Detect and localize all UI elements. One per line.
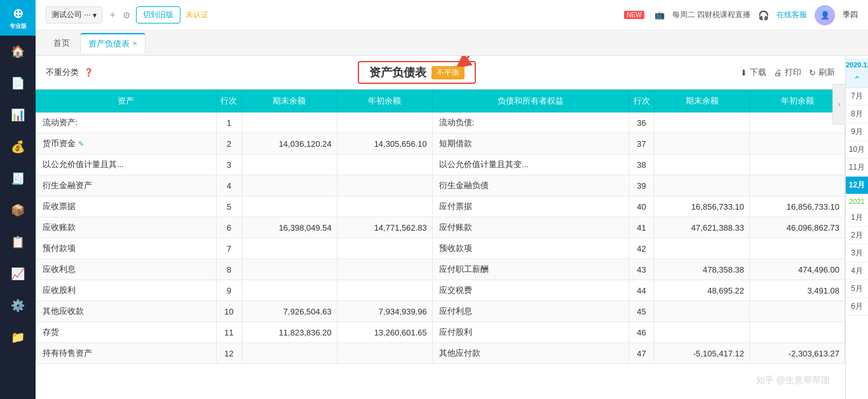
left-end-cell[interactable]: [241, 280, 337, 301]
sidebar-item-chart[interactable]: 📊: [0, 99, 36, 131]
right-row-cell: 45: [629, 301, 654, 322]
right-begin-cell[interactable]: [750, 112, 845, 133]
right-end-cell[interactable]: 478,358.38: [654, 259, 750, 280]
panel-close-button[interactable]: ›: [832, 84, 845, 125]
month-12[interactable]: 12月: [846, 177, 868, 194]
left-end-cell[interactable]: 16,398,049.54: [241, 217, 337, 238]
right-label-cell: 短期借款: [432, 133, 628, 154]
switch-old-version-button[interactable]: 切到旧版: [136, 6, 180, 24]
company-selector[interactable]: 测试公司 ··· ▾: [46, 6, 102, 24]
right-end-cell[interactable]: -5,105,417.12: [654, 343, 750, 364]
right-end-cell[interactable]: [654, 112, 750, 133]
left-begin-cell[interactable]: [337, 238, 432, 259]
month-2021-3[interactable]: 3月: [846, 245, 868, 262]
right-begin-cell[interactable]: [750, 154, 845, 175]
month-10[interactable]: 10月: [846, 141, 868, 159]
right-begin-cell[interactable]: [750, 133, 845, 154]
left-label-cell: 应收利息: [36, 259, 217, 280]
sidebar-item-assets[interactable]: 📦: [0, 194, 36, 226]
right-row-cell: 40: [629, 196, 654, 217]
left-begin-cell[interactable]: 14,771,562.83: [337, 217, 432, 238]
live-icon: 📺: [654, 10, 665, 20]
sidebar-item-invoice[interactable]: 🧾: [0, 163, 36, 194]
right-begin-cell[interactable]: [750, 301, 845, 322]
help-icon[interactable]: ❓: [84, 68, 93, 77]
left-end-cell[interactable]: [241, 175, 337, 196]
right-end-cell[interactable]: 16,856,733.10: [654, 196, 750, 217]
left-begin-cell[interactable]: [337, 175, 432, 196]
left-begin-cell[interactable]: 14,305,656.10: [337, 133, 432, 154]
tab-balance-sheet[interactable]: 资产负债表 ✕: [80, 33, 146, 53]
sidebar-item-settings[interactable]: ⚙️: [0, 290, 36, 321]
left-end-cell[interactable]: 14,036,120.24: [241, 133, 337, 154]
col-header-begin-balance-1: 年初余额: [337, 90, 432, 112]
sidebar-item-accounts[interactable]: 💰: [0, 131, 36, 163]
right-end-cell[interactable]: [654, 301, 750, 322]
left-begin-cell[interactable]: [337, 259, 432, 280]
month-2021-6[interactable]: 6月: [846, 298, 868, 316]
month-2021-2[interactable]: 2月: [846, 227, 868, 245]
right-begin-cell[interactable]: [750, 175, 845, 196]
tab-close-icon[interactable]: ✕: [132, 40, 137, 47]
left-begin-cell[interactable]: [337, 196, 432, 217]
tab-home[interactable]: 首页: [46, 33, 78, 53]
gear-icon[interactable]: ⚙: [123, 10, 131, 20]
right-begin-cell[interactable]: 3,491.08: [750, 280, 845, 301]
current-period-label[interactable]: 2020.12: [846, 58, 868, 72]
right-begin-cell[interactable]: [750, 322, 845, 343]
left-label-cell: 应收票据: [36, 196, 217, 217]
month-11[interactable]: 11月: [846, 159, 868, 177]
right-end-cell[interactable]: [654, 238, 750, 259]
right-end-cell[interactable]: [654, 322, 750, 343]
month-7[interactable]: 7月: [846, 88, 868, 105]
left-end-cell[interactable]: [241, 112, 337, 133]
month-8[interactable]: 8月: [846, 105, 868, 123]
right-begin-cell[interactable]: [750, 238, 845, 259]
right-end-cell[interactable]: [654, 154, 750, 175]
left-begin-cell[interactable]: [337, 343, 432, 364]
left-begin-cell[interactable]: [337, 280, 432, 301]
no-category-label: 不重分类: [46, 67, 79, 78]
left-end-cell[interactable]: [241, 259, 337, 280]
right-label-cell: 衍生金融负债: [432, 175, 628, 196]
left-begin-cell[interactable]: [337, 154, 432, 175]
left-end-cell[interactable]: 11,823,836.20: [241, 322, 337, 343]
left-begin-cell[interactable]: 13,260,601.65: [337, 322, 432, 343]
right-end-cell[interactable]: [654, 175, 750, 196]
sidebar-item-docs[interactable]: 📄: [0, 67, 36, 99]
month-2021-4[interactable]: 4月: [846, 262, 868, 280]
left-end-cell[interactable]: [241, 196, 337, 217]
refresh-button[interactable]: ↻ 刷新: [809, 67, 835, 78]
sidebar-item-home[interactable]: 🏠: [0, 36, 36, 67]
right-begin-cell[interactable]: 46,096,862.73: [750, 217, 845, 238]
right-begin-cell[interactable]: 474,496.00: [750, 259, 845, 280]
month-2021-1[interactable]: 1月: [846, 209, 868, 227]
table-row: 应收账款 6 16,398,049.54 14,771,562.83 应付账款 …: [36, 217, 845, 238]
left-end-cell[interactable]: 7,926,504.63: [241, 301, 337, 322]
left-end-cell[interactable]: [241, 238, 337, 259]
left-begin-cell[interactable]: 7,934,939.96: [337, 301, 432, 322]
sidebar-item-more[interactable]: 📁: [0, 321, 36, 353]
right-row-cell: 38: [629, 154, 654, 175]
left-label-cell: 应收股利: [36, 280, 217, 301]
sidebar-item-tax[interactable]: 📋: [0, 226, 36, 258]
sidebar-item-reports[interactable]: 📈: [0, 258, 36, 290]
right-end-cell[interactable]: 48,695.22: [654, 280, 750, 301]
table-row: 货币资金 ✎ 2 14,036,120.24 14,305,656.10 短期借…: [36, 133, 845, 154]
left-end-cell[interactable]: [241, 343, 337, 364]
right-begin-cell[interactable]: -2,303,613.27: [750, 343, 845, 364]
right-label-cell: 应付账款: [432, 217, 628, 238]
month-9[interactable]: 9月: [846, 123, 868, 141]
right-begin-cell[interactable]: 16,856,733.10: [750, 196, 845, 217]
right-end-cell[interactable]: [654, 133, 750, 154]
left-begin-cell[interactable]: [337, 112, 432, 133]
online-service-link[interactable]: 在线客服: [776, 10, 807, 20]
month-2021-5[interactable]: 5月: [846, 280, 868, 298]
left-end-cell[interactable]: [241, 154, 337, 175]
plus-icon[interactable]: ＋: [107, 8, 118, 22]
right-end-cell[interactable]: 47,621,388.33: [654, 217, 750, 238]
user-name[interactable]: 季四: [843, 10, 858, 20]
scroll-up-button[interactable]: ⌃: [846, 72, 868, 88]
print-button[interactable]: 🖨 打印: [774, 67, 801, 78]
download-button[interactable]: ⬇ 下载: [740, 67, 766, 78]
